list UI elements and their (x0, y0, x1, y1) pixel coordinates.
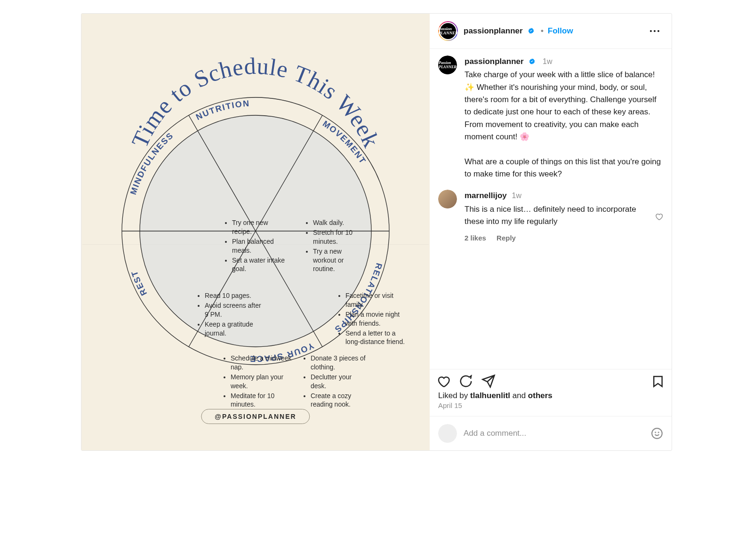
segment-relationships: Facetime or visit family. Plan a movie n… (339, 291, 409, 347)
segment-nutrition: Try one new recipe. Plan balanced meals.… (225, 218, 288, 274)
wheel-graphic: NUTRITION MOVEMENT RELATIONSHIPS YOUR SP… (120, 96, 391, 366)
comment-button[interactable] (459, 374, 473, 388)
segment-yourspace: Donate 3 pieces of clothing. Declutter y… (304, 354, 368, 410)
comment-text: This is a nice list… definitely need to … (465, 203, 647, 228)
post-image[interactable]: Time to Schedule This Week (81, 14, 430, 450)
svg-point-16 (652, 428, 662, 439)
avatar[interactable]: PassionPLANNER (438, 56, 457, 74)
post-header: PassionPLANNER passionplanner • Follow (430, 14, 672, 49)
username-link[interactable]: passionplanner (464, 26, 523, 35)
reply-button[interactable]: Reply (497, 234, 516, 242)
verified-badge-icon (528, 27, 535, 34)
comments-pane: PassionPLANNER passionplanner 1w Take ch… (430, 49, 672, 369)
comment-row: marnellijoy 1w This is a nice list… defi… (438, 190, 663, 243)
caption-username[interactable]: passionplanner (465, 57, 524, 66)
svg-point-17 (655, 432, 656, 432)
actions-row (430, 369, 672, 391)
follow-button[interactable]: Follow (548, 26, 573, 35)
save-button[interactable] (651, 374, 665, 388)
caption-row: PassionPLANNER passionplanner 1w Take ch… (438, 56, 663, 180)
like-button[interactable] (436, 374, 450, 388)
avatar[interactable] (438, 190, 457, 208)
instagram-post: Time to Schedule This Week (81, 13, 672, 451)
comment-likes[interactable]: 2 likes (465, 234, 486, 242)
svg-point-18 (658, 432, 659, 432)
caption-timestamp: 1w (543, 57, 552, 65)
add-comment-input[interactable] (464, 429, 644, 438)
caption-text: Take charge of your week with a little s… (465, 69, 663, 180)
avatar-logo: PassionPLANNER (439, 22, 457, 40)
avatar (438, 424, 457, 443)
avatar[interactable]: PassionPLANNER (438, 21, 458, 41)
comment-timestamp: 1w (512, 192, 521, 200)
verified-badge-icon (529, 58, 536, 65)
comment-username[interactable]: marnellijoy (465, 191, 507, 200)
post-date: April 15 (430, 400, 672, 416)
image-handle-badge: @PASSIONPLANNER (201, 409, 310, 424)
bookmark-icon (651, 374, 665, 388)
segment-mindfulness: Read 10 pages. Avoid screens after 9 PM.… (198, 291, 261, 338)
smile-icon (651, 427, 663, 440)
likes-line[interactable]: Liked by tlalhuenlitl and others (430, 391, 672, 400)
share-button[interactable] (481, 374, 496, 388)
emoji-picker-button[interactable] (651, 427, 663, 440)
add-comment-row (430, 416, 672, 450)
speech-bubble-icon (459, 374, 473, 388)
post-meta: PassionPLANNER passionplanner • Follow P… (430, 14, 672, 450)
paper-plane-icon (481, 374, 496, 388)
like-comment-button[interactable] (655, 212, 663, 243)
segment-rest: Schedule a midweek nap. Memory plan your… (224, 354, 293, 410)
separator-dot: • (541, 26, 544, 35)
dots-icon (650, 30, 652, 32)
segment-movement: Walk daily. Stretch for 10 minutes. Try … (306, 218, 363, 274)
more-options-button[interactable] (646, 26, 663, 36)
heart-icon (436, 374, 450, 388)
